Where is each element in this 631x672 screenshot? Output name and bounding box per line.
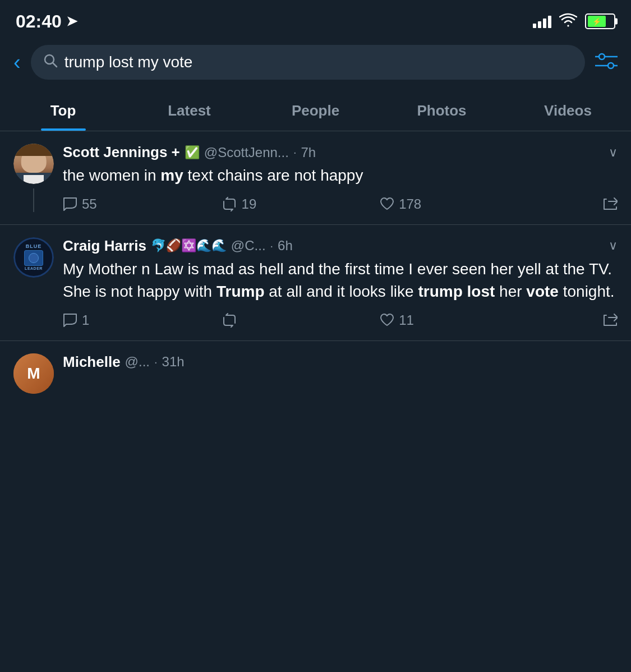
signal-bars xyxy=(533,15,551,28)
svg-line-1 xyxy=(53,63,57,67)
avatar-craig[interactable]: BLUE LEADER xyxy=(13,237,54,278)
reply-count-scott: 55 xyxy=(82,196,97,212)
avatar-col-scott xyxy=(13,144,54,212)
tab-photos[interactable]: Photos xyxy=(379,91,505,131)
filter-button[interactable] xyxy=(595,51,618,73)
craig-handle: @C... xyxy=(231,238,266,254)
chevron-down-craig[interactable]: ∨ xyxy=(609,238,618,253)
tweet-content-craig: Craig Harris 🐬🏈✡️🌊🌊 @C... · 6h ∨ My Moth… xyxy=(63,237,618,328)
share-icon-scott xyxy=(603,197,618,211)
status-time: 02:40 ➤ xyxy=(16,11,77,32)
like-count-scott: 178 xyxy=(399,196,421,212)
michelle-name: Michelle xyxy=(63,353,121,371)
michelle-time: 31h xyxy=(162,354,185,370)
tweet-content-scott: Scott Jennings + ✅ @ScottJenn... · 7h ∨ … xyxy=(63,144,618,212)
craig-name: Craig Harris xyxy=(63,237,146,255)
retweet-icon-craig xyxy=(222,313,237,328)
tweet-dot-scott: · xyxy=(293,146,297,159)
share-button-craig[interactable] xyxy=(538,313,618,328)
reply-icon-scott xyxy=(63,197,77,211)
time-display: 02:40 xyxy=(16,11,62,32)
wifi-icon xyxy=(559,12,577,31)
tab-people[interactable]: People xyxy=(252,91,379,131)
tweet-header-scott: Scott Jennings + ✅ @ScottJenn... · 7h ∨ xyxy=(63,144,618,161)
scott-tweet-text: the women in my text chains are not happ… xyxy=(63,164,618,187)
share-icon-craig xyxy=(603,313,618,328)
thread-line xyxy=(33,188,34,212)
michelle-avatar[interactable]: M xyxy=(13,353,54,394)
svg-point-5 xyxy=(608,63,614,68)
like-button-scott[interactable]: 178 xyxy=(380,196,538,212)
location-icon: ➤ xyxy=(66,13,77,29)
svg-point-2 xyxy=(599,54,605,59)
tab-latest[interactable]: Latest xyxy=(126,91,252,131)
craig-tweet-actions: 1 11 xyxy=(63,312,618,328)
tab-videos[interactable]: Videos xyxy=(505,91,631,131)
like-count-craig: 11 xyxy=(399,312,414,328)
michelle-content: Michelle @... · 31h xyxy=(63,353,618,371)
signal-bar-4 xyxy=(548,16,551,28)
like-icon-scott xyxy=(380,197,394,211)
chevron-down-scott[interactable]: ∨ xyxy=(609,145,618,160)
tweet-card-scott: Scott Jennings + ✅ @ScottJenn... · 7h ∨ … xyxy=(0,131,631,225)
avatar-col-craig: BLUE LEADER xyxy=(13,237,54,328)
retweet-button-craig[interactable] xyxy=(222,313,380,328)
scott-tweet-actions: 55 19 178 xyxy=(63,196,618,212)
like-icon-craig xyxy=(380,313,394,328)
michelle-header: Michelle @... · 31h xyxy=(63,353,618,371)
reply-button-scott[interactable]: 55 xyxy=(63,196,222,212)
signal-bar-1 xyxy=(533,24,536,28)
retweet-button-scott[interactable]: 19 xyxy=(222,196,380,212)
reply-count-craig: 1 xyxy=(82,312,89,328)
verified-badge-scott: ✅ xyxy=(185,145,200,160)
retweet-count-scott: 19 xyxy=(242,196,257,212)
tweet-dot-craig: · xyxy=(270,240,274,252)
search-query[interactable]: trump lost my vote xyxy=(65,53,193,71)
reply-icon-craig xyxy=(63,313,77,328)
status-icons: ⚡ xyxy=(533,12,615,31)
scott-handle: @ScottJenn... xyxy=(204,145,289,160)
tweet-header-craig: Craig Harris 🐬🏈✡️🌊🌊 @C... · 6h ∨ xyxy=(63,237,618,255)
search-container: ‹ trump lost my vote xyxy=(0,39,631,85)
signal-bar-3 xyxy=(543,19,546,28)
craig-tweet-text: My Mother n Law is mad as hell and the f… xyxy=(63,258,618,303)
like-button-craig[interactable]: 11 xyxy=(380,312,538,328)
avatar-scott[interactable] xyxy=(13,144,54,184)
signal-bar-2 xyxy=(538,21,541,28)
tweet-card-craig: BLUE LEADER Craig Harris 🐬🏈✡️🌊🌊 @C... · … xyxy=(0,225,631,341)
retweet-icon-scott xyxy=(222,197,237,211)
craig-time: 6h xyxy=(278,238,293,254)
tab-top[interactable]: Top xyxy=(0,91,126,131)
search-icon xyxy=(43,53,58,72)
search-bar[interactable]: trump lost my vote xyxy=(31,45,585,80)
michelle-section: M Michelle @... · 31h xyxy=(0,341,631,406)
share-button-scott[interactable] xyxy=(538,197,618,211)
reply-button-craig[interactable]: 1 xyxy=(63,312,222,328)
michelle-handle: @... xyxy=(125,354,150,370)
tabs-container: Top Latest People Photos Videos xyxy=(0,91,631,131)
michelle-dot: · xyxy=(154,356,158,369)
status-bar: 02:40 ➤ ⚡ xyxy=(0,0,631,39)
scott-time: 7h xyxy=(301,145,316,160)
craig-emojis: 🐬🏈✡️🌊🌊 xyxy=(151,238,227,253)
scott-name: Scott Jennings + xyxy=(63,144,180,161)
battery-indicator: ⚡ xyxy=(585,13,615,29)
back-button[interactable]: ‹ xyxy=(13,52,21,73)
